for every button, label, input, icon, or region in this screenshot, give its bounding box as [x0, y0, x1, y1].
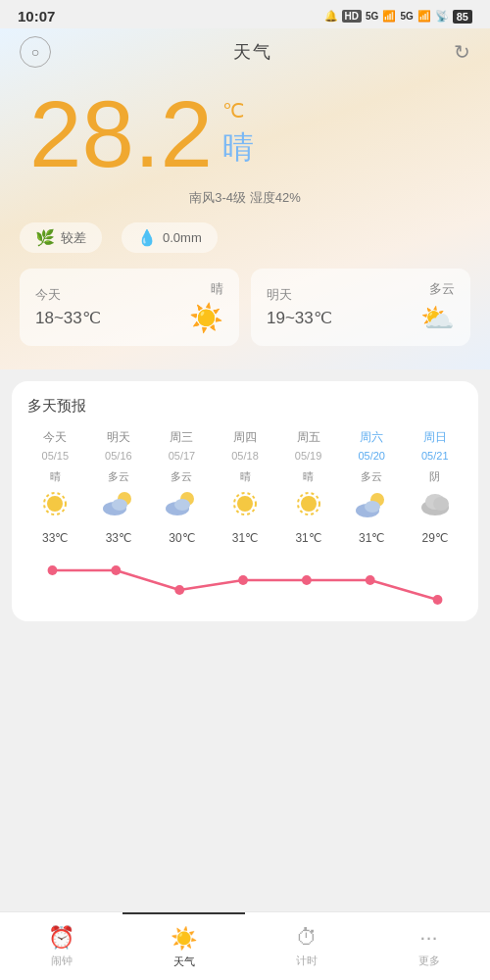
- signal-5g-1: 5G: [366, 11, 378, 22]
- date-col-6: 05/21: [403, 450, 466, 462]
- tomorrow-weather-icon: ⛅: [420, 302, 455, 334]
- svg-point-17: [433, 497, 449, 511]
- alarm-nav-label: 闹钟: [51, 954, 73, 968]
- icon-col-1: [87, 490, 151, 525]
- alarm-icon: 🔔: [324, 10, 338, 23]
- icon-col-2: [150, 490, 214, 525]
- multiday-forecast: 多天预报 今天 明天 周三 周四 周五 周六 周日 05/15 05/16 05…: [12, 381, 478, 621]
- temperature-display: 28.2 ℃ 晴: [20, 77, 470, 181]
- day-col-6: 周日: [403, 429, 466, 446]
- day-col-4: 周五: [276, 429, 340, 446]
- weather-condition: 晴: [222, 126, 254, 170]
- timer-nav-icon: ⏱: [296, 925, 318, 951]
- svg-point-24: [433, 595, 443, 605]
- max-temp-row: 33℃ 33℃ 30℃ 31℃ 31℃ 31℃ 29℃: [24, 531, 466, 545]
- nav-item-timer[interactable]: ⏱ 计时: [245, 912, 368, 980]
- svg-point-4: [112, 499, 127, 511]
- status-time: 10:07: [18, 8, 55, 24]
- badges-row: 🌿 较差 💧 0.0mm: [20, 222, 470, 253]
- svg-point-8: [237, 496, 253, 512]
- temp-unit-weather-container: ℃ 晴: [222, 99, 254, 170]
- cond-0: 晴: [24, 469, 87, 484]
- day-col-0: 今天: [24, 429, 87, 446]
- weather-nav-label: 天气: [173, 955, 195, 969]
- today-label: 今天: [35, 286, 101, 304]
- today-card: 今天 18~33℃ 晴 ☀️: [20, 269, 239, 346]
- icon-col-6: [403, 490, 466, 525]
- hd-icon: HD: [342, 10, 362, 23]
- day-col-3: 周四: [214, 429, 277, 446]
- svg-point-14: [365, 501, 380, 513]
- location-icon: ○: [31, 44, 39, 60]
- timer-nav-label: 计时: [296, 954, 318, 968]
- condition-desc-row: 晴 多云 多云 晴 晴 多云 阴: [24, 469, 466, 484]
- cond-4: 晴: [276, 469, 340, 484]
- svg-point-18: [48, 565, 58, 575]
- nav-item-more[interactable]: ··· 更多: [368, 912, 490, 980]
- overcast-icon-6: [419, 490, 451, 515]
- day-col-5: 周六: [340, 429, 404, 446]
- signal-bars-1: 📶: [382, 10, 396, 23]
- nav-item-weather[interactable]: ☀️ 天气: [122, 912, 245, 980]
- date-col-0: 05/15: [24, 450, 87, 462]
- date-col-2: 05/17: [150, 450, 214, 462]
- signal-bars-2: 📶: [417, 10, 431, 23]
- today-card-right: 晴 ☀️: [189, 280, 223, 334]
- nav-item-alarm[interactable]: ⏰ 闹钟: [0, 912, 122, 980]
- date-col-4: 05/19: [276, 450, 340, 462]
- battery-indicator: 85: [453, 10, 472, 24]
- day-col-2: 周三: [150, 429, 214, 446]
- icon-col-3: [214, 490, 277, 525]
- svg-point-22: [302, 575, 312, 585]
- dates-row: 05/15 05/16 05/17 05/18 05/19 05/20 05/2…: [24, 450, 466, 462]
- maxtemp-4: 31℃: [276, 531, 340, 545]
- date-col-1: 05/16: [87, 450, 151, 462]
- status-bar: 10:07 🔔 HD 5G 📶 5G 📶 📡 85: [0, 0, 490, 28]
- signal-5g-2: 5G: [400, 11, 413, 22]
- air-quality-badge: 🌿 较差: [20, 222, 102, 253]
- temp-line-chart: [24, 551, 466, 610]
- rain-icon: 💧: [137, 228, 157, 247]
- cloud-sun-icon-5: [356, 490, 387, 519]
- temperature-unit: ℃: [222, 99, 244, 122]
- tomorrow-label: 明天: [267, 286, 332, 304]
- multiday-title: 多天预报: [24, 397, 466, 416]
- bottom-nav: ⏰ 闹钟 ☀️ 天气 ⏱ 计时 ··· 更多: [0, 911, 490, 980]
- location-button[interactable]: ○: [20, 36, 51, 68]
- temperature-chart: [24, 547, 466, 606]
- more-nav-label: 更多: [418, 954, 440, 968]
- weather-icons-row: [24, 490, 466, 525]
- air-quality-label: 较差: [61, 229, 86, 247]
- rainfall-badge: 💧 0.0mm: [122, 222, 218, 253]
- today-card-left: 今天 18~33℃: [35, 286, 101, 328]
- today-weather-icon: ☀️: [189, 302, 223, 334]
- svg-point-23: [366, 575, 375, 585]
- maxtemp-1: 33℃: [87, 531, 151, 545]
- maxtemp-3: 31℃: [214, 531, 277, 545]
- alarm-nav-icon: ⏰: [48, 925, 74, 951]
- maxtemp-2: 30℃: [150, 531, 214, 545]
- days-row: 今天 明天 周三 周四 周五 周六 周日: [24, 429, 466, 446]
- svg-point-0: [47, 496, 63, 512]
- refresh-button[interactable]: ↻: [454, 40, 470, 64]
- maxtemp-5: 31℃: [340, 531, 404, 545]
- rainfall-value: 0.0mm: [163, 230, 202, 245]
- sun-weather-icon-3: [231, 490, 259, 517]
- weather-main: ○ 天气 ↻ 28.2 ℃ 晴 南风3-4级 湿度42% 🌿 较差 💧 0.0m…: [0, 28, 490, 369]
- wind-info: 南风3-4级 湿度42%: [20, 189, 470, 207]
- status-icons: 🔔 HD 5G 📶 5G 📶 📡 85: [324, 10, 472, 24]
- app-title: 天气: [233, 40, 272, 64]
- cond-3: 晴: [214, 469, 277, 484]
- svg-point-21: [238, 575, 248, 585]
- tomorrow-card: 明天 19~33℃ 多云 ⛅: [251, 269, 470, 346]
- sun-weather-icon-4: [295, 490, 322, 517]
- tomorrow-range: 19~33℃: [267, 308, 332, 328]
- svg-point-20: [174, 585, 184, 595]
- weather-nav-icon: ☀️: [171, 926, 197, 952]
- tomorrow-condition: 多云: [429, 280, 455, 298]
- short-forecast-cards: 今天 18~33℃ 晴 ☀️ 明天 19~33℃ 多云 ⛅: [20, 269, 470, 346]
- svg-point-7: [174, 499, 190, 511]
- date-col-5: 05/20: [340, 450, 404, 462]
- icon-col-5: [340, 490, 404, 525]
- cond-5: 多云: [340, 469, 404, 484]
